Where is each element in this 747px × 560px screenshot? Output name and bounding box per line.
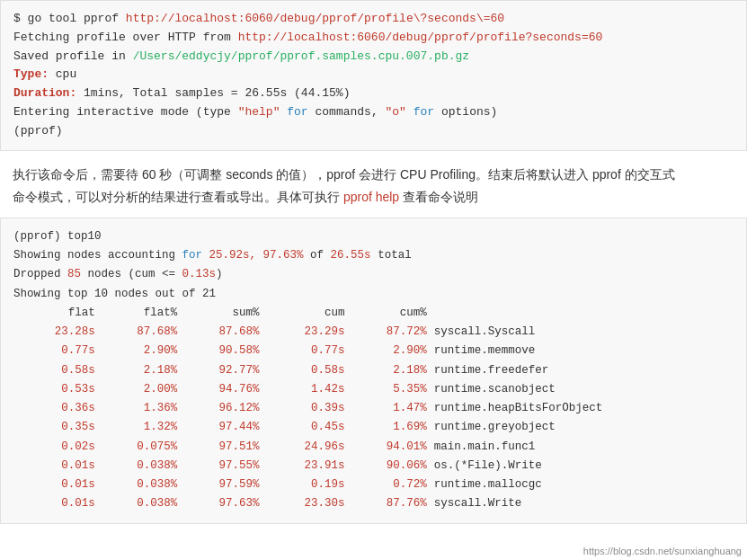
func-cell: runtime.heapBitsForObject — [431, 399, 734, 418]
cum-cell: 0.58s — [263, 361, 349, 380]
dropped-suffix: ) — [216, 268, 223, 280]
func-cell: syscall.Write — [431, 494, 734, 513]
dropped-line: Dropped 85 nodes (cum <= 0.13s) — [13, 265, 734, 284]
top10-body: 23.28s87.68%87.68%23.29s87.72%syscall.Sy… — [13, 323, 734, 514]
for-keyword-1: for — [287, 105, 307, 119]
desc-line-2: 命令模式，可以对分析的结果进行查看或导出。具体可执行 pprof help 查看… — [13, 186, 734, 209]
dropped-cum: 0.13s — [182, 268, 217, 280]
watermark: https://blog.csdn.net/sunxianghuang — [583, 546, 742, 556]
dropped-mid: nodes (cum <= — [81, 268, 182, 280]
duration-label: Duration: — [13, 86, 84, 100]
col-func-header — [431, 304, 734, 323]
func-cell: runtime.scanobject — [431, 380, 734, 399]
top10-table: flat flat% sum% cum cum% 23.28s87.68%87.… — [13, 304, 734, 514]
fetch-prefix: Fetching profile over HTTP from — [13, 31, 238, 44]
for-keyword: for — [182, 249, 203, 262]
sum-cell: 97.44% — [181, 418, 262, 437]
flat-cell: 0.58s — [13, 361, 99, 380]
type-line: Type: cpu — [13, 66, 734, 84]
table-row: 0.01s0.038%97.55%23.91s90.06%os.(*File).… — [13, 457, 734, 476]
flat-cell: 0.77s — [13, 342, 99, 360]
saved-path: /Users/eddycjy/pprof/pprof.samples.cpu.0… — [133, 49, 469, 63]
cumpct-cell: 0.72% — [348, 476, 430, 494]
terminal-block-2: (pprof) top10 Showing nodes accounting f… — [0, 218, 747, 524]
func-cell: main.main.func1 — [431, 438, 734, 457]
flatpct-cell: 0.038% — [99, 457, 181, 476]
col-cumpct-header: cum% — [348, 304, 430, 323]
flatpct-cell: 0.038% — [99, 476, 181, 494]
options-text: options) — [434, 105, 497, 119]
cum-cell: 23.91s — [263, 457, 349, 476]
cum-cell: 23.29s — [263, 323, 349, 342]
desc-text-2: 命令模式，可以对分析的结果进行查看或导出。具体可执行 — [13, 190, 343, 204]
table-row: 0.58s2.18%92.77%0.58s2.18%runtime.freede… — [13, 361, 734, 380]
cum-cell: 23.30s — [263, 494, 349, 513]
cmd-prefix: $ go tool pprof — [13, 12, 126, 25]
flat-cell: 23.28s — [13, 323, 99, 342]
flatpct-cell: 87.68% — [99, 323, 181, 342]
col-cum-header: cum — [263, 304, 349, 323]
cumpct-cell: 2.18% — [348, 361, 430, 380]
sum-cell: 94.76% — [181, 380, 262, 399]
sum-cell: 97.55% — [181, 457, 262, 476]
sum-cell: 92.77% — [181, 361, 262, 380]
cumpct-cell: 5.35% — [348, 380, 430, 399]
table-row: 0.36s1.36%96.12%0.39s1.47%runtime.heapBi… — [13, 399, 734, 418]
type-label: Type: — [13, 67, 56, 81]
o-string: "o" — [386, 105, 406, 119]
col-flat-header: flat — [13, 304, 99, 323]
flatpct-cell: 0.075% — [99, 438, 181, 457]
showing-space — [202, 249, 209, 262]
func-cell: syscall.Syscall — [431, 323, 734, 342]
cumpct-cell: 1.69% — [348, 418, 430, 437]
dropped-num: 85 — [67, 268, 81, 280]
func-cell: runtime.greyobject — [431, 418, 734, 437]
col-sum-header: sum% — [181, 304, 262, 323]
cumpct-cell: 94.01% — [348, 438, 430, 457]
sum-cell: 97.63% — [181, 494, 262, 513]
commands-text: commands, — [308, 105, 386, 119]
for2 — [406, 105, 414, 119]
saved-prefix: Saved profile in — [13, 49, 133, 63]
cum-cell: 0.39s — [263, 399, 349, 418]
flat-cell: 0.01s — [13, 494, 99, 513]
table-row: 0.35s1.32%97.44%0.45s1.69%runtime.greyob… — [13, 418, 734, 437]
sum-cell: 96.12% — [181, 399, 262, 418]
table-row: 0.01s0.038%97.63%23.30s87.76%syscall.Wri… — [13, 494, 734, 513]
cumpct-cell: 2.90% — [348, 342, 430, 360]
description-block: 执行该命令后，需要待 60 秒（可调整 seconds 的值），pprof 会进… — [0, 151, 747, 218]
flatpct-cell: 2.00% — [99, 380, 181, 399]
cmd-url: http://localhost:6060/debug/pprof/profil… — [126, 12, 504, 25]
showing-top-line: Showing top 10 nodes out of 21 — [13, 285, 734, 304]
interactive-prefix: Entering interactive mode (type — [13, 105, 238, 119]
pprof-prompt: (pprof) — [13, 122, 734, 141]
cumpct-cell: 90.06% — [348, 457, 430, 476]
cum-cell: 0.45s — [263, 418, 349, 437]
desc-text-3: 查看命令说明 — [399, 190, 478, 204]
command-line: $ go tool pprof http://localhost:6060/de… — [13, 10, 734, 29]
showing-total: total — [371, 249, 412, 262]
table-row: 0.53s2.00%94.76%1.42s5.35%runtime.scanob… — [13, 380, 734, 399]
sum-cell: 90.58% — [181, 342, 262, 360]
sum-cell: 97.51% — [181, 438, 262, 457]
table-header: flat flat% sum% cum cum% — [13, 304, 734, 323]
flat-cell: 0.36s — [13, 399, 99, 418]
flatpct-cell: 0.038% — [99, 494, 181, 513]
table-row: 0.02s0.075%97.51%24.96s94.01%main.main.f… — [13, 438, 734, 457]
table-row: 0.01s0.038%97.59%0.19s0.72%runtime.mallo… — [13, 476, 734, 494]
total-num: 26.55s — [331, 249, 371, 262]
func-cell: runtime.memmove — [431, 342, 734, 360]
flat-cell: 0.53s — [13, 380, 99, 399]
cum-cell: 0.19s — [263, 476, 349, 494]
cum-cell: 1.42s — [263, 380, 349, 399]
table-row: 0.77s2.90%90.58%0.77s2.90%runtime.memmov… — [13, 342, 734, 360]
terminal-block-1: $ go tool pprof http://localhost:6060/de… — [0, 0, 747, 151]
flatpct-cell: 1.36% — [99, 399, 181, 418]
fetch-url: http://localhost:6060/debug/pprof/profil… — [238, 31, 603, 44]
cumpct-cell: 87.76% — [348, 494, 430, 513]
flatpct-cell: 2.18% — [99, 361, 181, 380]
pprof-help-link: pprof help — [343, 190, 399, 204]
func-cell: runtime.mallocgc — [431, 476, 734, 494]
fetch-line: Fetching profile over HTTP from http://l… — [13, 29, 734, 48]
flatpct-cell: 1.32% — [99, 418, 181, 437]
